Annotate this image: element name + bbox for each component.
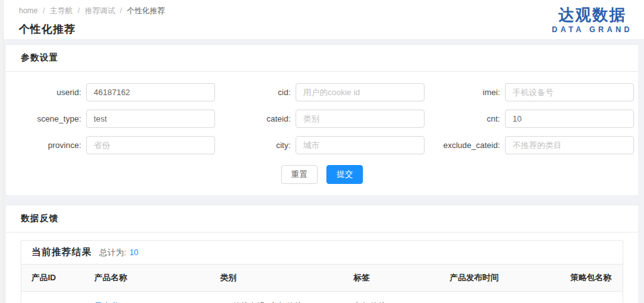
cell-tag: 玄幻仙侠 [343, 292, 440, 303]
cateid-label: cateid: [215, 114, 296, 123]
header-product-name: 产品名称 [84, 265, 210, 292]
header-tag: 标签 [343, 265, 440, 292]
feedback-card-title: 数据反馈 [6, 205, 638, 232]
breadcrumb-separator: / [43, 6, 45, 15]
imei-label: imei: [425, 88, 505, 97]
results-total-label: 总计为: [99, 247, 126, 258]
cell-category: W_仙侠奇缘_玄幻仙侠 [210, 292, 343, 303]
cell-strategy-package: 3_ [560, 292, 623, 303]
params-card-title: 参数设置 [6, 45, 638, 72]
results-card: 当前推荐结果 总计为: 10 产品ID 产品名称 类别 标签 产品发布时间 策略… [21, 240, 623, 303]
table-header-row: 产品ID 产品名称 类别 标签 产品发布时间 策略包名称 [21, 265, 623, 292]
params-card: 参数设置 userid: cid: imei: scene_type: cate… [5, 44, 639, 196]
results-card-header: 当前推荐结果 总计为: 10 [21, 241, 623, 265]
results-total-value: 10 [130, 248, 138, 257]
breadcrumb-main-nav[interactable]: 主导航 [50, 6, 72, 15]
exclude-cateid-label: exclude_cateid: [425, 140, 505, 150]
header-publish-time: 产品发布时间 [440, 265, 560, 292]
page-title: 个性化推荐 [19, 22, 629, 37]
feedback-card: 数据反馈 当前推荐结果 总计为: 10 产品ID 产品名称 类别 标签 产 [5, 205, 639, 303]
feedback-card-body: 当前推荐结果 总计为: 10 产品ID 产品名称 类别 标签 产品发布时间 策略… [6, 232, 638, 303]
cid-label: cid: [215, 88, 296, 97]
collapsed-sidebar-strip [0, 0, 4, 303]
cnt-label: cnt: [425, 114, 505, 123]
cell-product-id: 2406077 [21, 292, 84, 303]
scene-type-input[interactable] [86, 110, 215, 128]
header-product-id: 产品ID [21, 265, 84, 292]
cateid-input[interactable] [296, 110, 425, 128]
form-buttons: 重置 提交 [6, 163, 638, 195]
logo-subtitle: DATA GRAND [552, 25, 633, 34]
form-item-cnt: cnt: [425, 110, 634, 128]
form-item-city: city: [215, 136, 425, 154]
breadcrumb-separator: / [120, 6, 122, 15]
form-item-cid: cid: [215, 83, 425, 101]
results-table: 产品ID 产品名称 类别 标签 产品发布时间 策略包名称 2406077 云山瞰 [21, 265, 623, 303]
datagrand-logo: 达观数据 DATA GRAND [552, 5, 633, 34]
cid-input[interactable] [296, 83, 425, 101]
cnt-input[interactable] [505, 110, 634, 128]
city-input[interactable] [296, 136, 425, 154]
province-label: province: [6, 140, 86, 150]
userid-label: userid: [6, 88, 86, 97]
imei-input[interactable] [505, 83, 634, 101]
header-strategy-package: 策略包名称 [560, 265, 623, 292]
form-item-imei: imei: [425, 83, 634, 101]
userid-input[interactable] [86, 83, 215, 101]
breadcrumb-current: 个性化推荐 [127, 6, 165, 15]
form-item-exclude-cateid: exclude_cateid: [425, 136, 634, 154]
content-area: 参数设置 userid: cid: imei: scene_type: cate… [0, 39, 644, 303]
form-item-userid: userid: [6, 83, 215, 101]
breadcrumb-recommend-debug[interactable]: 推荐调试 [85, 6, 115, 15]
form-item-province: province: [6, 136, 215, 154]
breadcrumb: home/主导航/推荐调试/个性化推荐 [19, 6, 629, 16]
submit-button[interactable]: 提交 [326, 165, 363, 184]
breadcrumb-separator: / [77, 6, 79, 15]
results-title: 当前推荐结果 [31, 246, 92, 258]
page-header: home/主导航/推荐调试/个性化推荐 个性化推荐 达观数据 DATA GRAN… [0, 0, 644, 39]
logo-name: 达观数据 [552, 5, 633, 24]
header-category: 类别 [210, 265, 343, 292]
cell-publish-time: 2019-04-18 14:04:03 [440, 292, 560, 303]
scene-type-label: scene_type: [6, 114, 86, 123]
form-item-scene-type: scene_type: [6, 110, 215, 128]
exclude-cateid-input[interactable] [505, 136, 634, 154]
province-input[interactable] [86, 136, 215, 154]
breadcrumb-home[interactable]: home [19, 6, 38, 15]
cell-product-name: 云山瞰 [84, 292, 210, 303]
params-form: userid: cid: imei: scene_type: cateid: c… [6, 72, 638, 163]
table-row: 2406077 云山瞰 W_仙侠奇缘_玄幻仙侠 玄幻仙侠 2019-04-18 … [21, 292, 623, 303]
city-label: city: [215, 140, 296, 150]
form-item-cateid: cateid: [215, 110, 425, 128]
reset-button[interactable]: 重置 [281, 165, 318, 184]
